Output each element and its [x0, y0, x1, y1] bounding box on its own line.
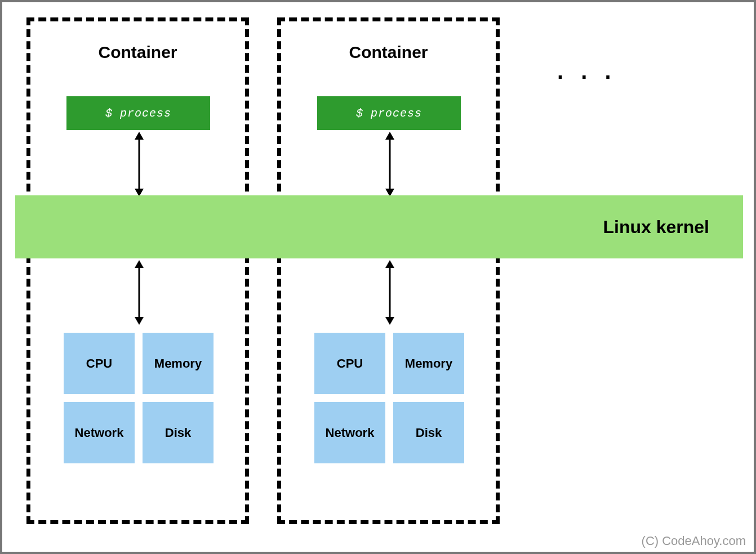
resource-network-2: Network: [314, 402, 385, 463]
arrow-kernel-resources-2: [381, 260, 398, 325]
attribution-text: (C) CodeAhoy.com: [642, 534, 746, 548]
container-title: Container: [281, 43, 496, 62]
svg-marker-8: [135, 317, 144, 325]
arrow-process-kernel-2: [381, 132, 398, 196]
resource-network-1: Network: [64, 402, 135, 463]
arrow-process-kernel-1: [131, 132, 148, 196]
resource-disk-1: Disk: [143, 402, 214, 463]
resource-memory-1: Memory: [143, 333, 214, 394]
svg-marker-4: [385, 132, 394, 140]
resource-disk-2: Disk: [393, 402, 464, 463]
svg-marker-11: [385, 317, 394, 325]
diagram-canvas: Container $ process Container $ process …: [0, 0, 756, 554]
resource-cpu-2: CPU: [314, 333, 385, 394]
arrow-kernel-resources-1: [131, 260, 148, 325]
container-title: Container: [30, 43, 245, 62]
svg-marker-7: [135, 260, 144, 268]
svg-marker-10: [385, 260, 394, 268]
ellipsis-more-containers: . . .: [557, 59, 617, 84]
svg-marker-1: [135, 132, 144, 140]
process-box-1: $ process: [66, 96, 210, 130]
process-box-2: $ process: [317, 96, 461, 130]
kernel-bar: Linux kernel: [15, 195, 743, 258]
resource-memory-2: Memory: [393, 333, 464, 394]
resource-cpu-1: CPU: [64, 333, 135, 394]
